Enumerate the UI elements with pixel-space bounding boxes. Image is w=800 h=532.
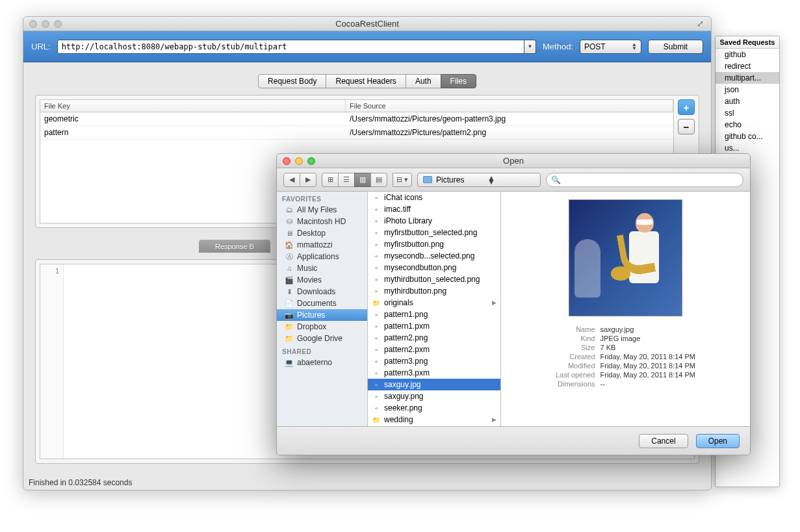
forward-button[interactable]: ▶ [300, 173, 316, 187]
list-item[interactable]: ▫mysecondb...selected.png [368, 250, 500, 262]
tab-files[interactable]: Files [441, 74, 476, 88]
open-button[interactable]: Open [696, 434, 740, 448]
saved-item[interactable]: github [716, 49, 779, 60]
sidebar-item-shared[interactable]: 💻abaeterno [277, 357, 367, 368]
list-item[interactable]: 📁originals▶ [368, 297, 500, 309]
list-view-button[interactable]: ☰ [338, 173, 355, 187]
close-icon[interactable] [29, 20, 37, 28]
saved-item[interactable]: echo [716, 119, 779, 131]
list-item[interactable]: ▫pattern2.pxm [368, 344, 500, 355]
sidebar-item-pictures[interactable]: 📷Pictures [277, 309, 367, 321]
file-icon: ▫ [372, 404, 381, 412]
sidebar-item-downloads[interactable]: ⬇Downloads [277, 286, 367, 298]
tab-auth[interactable]: Auth [406, 74, 441, 88]
table-row[interactable]: pattern /Users/mmattozzi/Pictures/patter… [40, 126, 673, 140]
saved-item[interactable]: redirect [716, 60, 779, 72]
zoom-icon[interactable] [307, 157, 315, 165]
list-item[interactable]: ▫iPhoto Library [368, 215, 500, 227]
file-name: myfirstbutton.png [384, 240, 444, 249]
meta-kind-value: JPEG image [600, 335, 696, 342]
status-bar: Finished in 0.032584 seconds [23, 475, 711, 490]
movies-icon: 🎬 [285, 276, 294, 284]
sidebar-item-apps[interactable]: ⒶApplications [277, 251, 367, 262]
method-select[interactable]: POST ▲▼ [580, 40, 641, 54]
remove-file-button[interactable]: − [678, 119, 695, 134]
sidebar-item-desktop[interactable]: 🖥Desktop [277, 227, 367, 239]
list-item[interactable]: ▫seeker.png [368, 402, 500, 414]
fullscreen-icon[interactable]: ⤢ [697, 19, 706, 28]
list-item[interactable]: ▫pattern3.pxm [368, 367, 500, 379]
file-icon: ▫ [372, 381, 381, 388]
path-dropdown[interactable]: Pictures ▲▼ [417, 173, 541, 187]
tabs-bar: Request Body Request Headers Auth Files [35, 74, 699, 88]
list-item[interactable]: 📁wedding▶ [368, 414, 500, 425]
list-item[interactable]: ▫pattern3.png [368, 355, 500, 367]
nav-buttons: ◀ ▶ [283, 173, 316, 187]
column-view-button[interactable]: ▥ [354, 173, 371, 187]
saved-item[interactable]: auth [716, 95, 779, 107]
view-mode-buttons: ⊞ ☰ ▥ ▤ [322, 173, 387, 187]
list-item[interactable]: ▫iChat icons [368, 192, 500, 203]
meta-modified-label: Modified [556, 362, 595, 370]
saved-item[interactable]: github co... [716, 131, 779, 142]
list-item[interactable]: ▫myfirstbutton_selected.png [368, 227, 500, 238]
list-item[interactable]: ▫saxguy.jpg [368, 379, 500, 390]
list-item[interactable]: ▫saxguy.png [368, 390, 500, 402]
sidebar-item-gdrive[interactable]: 📁Google Drive [277, 333, 367, 344]
file-icon: ▫ [372, 334, 381, 342]
list-item[interactable]: ▫myfirstbutton.png [368, 238, 500, 250]
url-input[interactable] [57, 40, 524, 54]
list-item[interactable]: ▫mythirdbutton.png [368, 285, 500, 297]
sidebar-item-hd[interactable]: ⛁Macintosh HD [277, 216, 367, 227]
sidebar-item-allfiles[interactable]: 🗂All My Files [277, 204, 367, 216]
arrange-button[interactable]: ⊟ ▾ [393, 173, 412, 187]
col-file-key[interactable]: File Key [40, 100, 346, 112]
cancel-button[interactable]: Cancel [639, 434, 688, 448]
saved-item[interactable]: json [716, 84, 779, 95]
harddrive-icon: ⛁ [285, 218, 294, 225]
saved-item[interactable]: us... [716, 142, 779, 154]
zoom-icon[interactable] [54, 20, 62, 28]
list-item[interactable]: ▫mythirdbutton_selected.png [368, 273, 500, 285]
back-button[interactable]: ◀ [283, 173, 300, 187]
traffic-lights [283, 157, 315, 165]
submit-button[interactable]: Submit [648, 40, 703, 54]
chevron-updown-icon: ▲▼ [632, 43, 637, 51]
method-label: Method: [543, 42, 573, 51]
list-item[interactable]: ▫pattern2.png [368, 332, 500, 344]
file-icon: ▫ [372, 264, 381, 272]
icon-view-button[interactable]: ⊞ [322, 173, 339, 187]
tab-request-headers[interactable]: Request Headers [326, 74, 406, 88]
col-file-source[interactable]: File Source [346, 100, 673, 112]
list-item[interactable]: ▫pattern1.pxm [368, 320, 500, 332]
minimize-icon[interactable] [42, 20, 49, 28]
list-item[interactable]: ▫pattern1.png [368, 309, 500, 320]
table-row[interactable]: geometric /Users/mmattozzi/Pictures/geom… [40, 112, 673, 126]
line-number: 1 [55, 267, 59, 275]
sidebar-item-documents[interactable]: 📄Documents [277, 298, 367, 309]
meta-opened-label: Last opened [556, 371, 595, 379]
close-icon[interactable] [283, 157, 290, 165]
meta-modified-value: Friday, May 20, 2011 8:14 PM [600, 362, 696, 370]
add-file-button[interactable]: + [678, 99, 695, 115]
sidebar-item-dropbox[interactable]: 📁Dropbox [277, 321, 367, 333]
url-label: URL: [31, 42, 51, 51]
coverflow-view-button[interactable]: ▤ [370, 173, 387, 187]
list-item[interactable]: ▫mysecondbutton.png [368, 262, 500, 273]
tab-request-body[interactable]: Request Body [258, 74, 326, 88]
documents-icon: 📄 [285, 299, 294, 307]
response-tab[interactable]: Response B [199, 240, 270, 253]
url-history-dropdown[interactable]: ▼ [524, 40, 536, 54]
file-source-cell: /Users/mmattozzi/Pictures/geom-pattern3.… [346, 112, 673, 125]
sidebar-item-music[interactable]: ♫Music [277, 262, 367, 274]
file-source-cell: /Users/mmattozzi/Pictures/pattern2.png [346, 126, 673, 139]
line-gutter: 1 [40, 264, 64, 459]
list-item[interactable]: ▫imac.tiff [368, 203, 500, 215]
search-input[interactable] [546, 173, 743, 187]
saved-item[interactable]: ssl [716, 107, 779, 119]
minimize-icon[interactable] [295, 157, 303, 165]
sidebar-item-home[interactable]: 🏠mmattozzi [277, 239, 367, 251]
sidebar-item-movies[interactable]: 🎬Movies [277, 274, 367, 286]
saved-item-selected[interactable]: multipart... [716, 72, 779, 84]
main-titlebar: CocoaRestClient ⤢ [23, 17, 711, 31]
